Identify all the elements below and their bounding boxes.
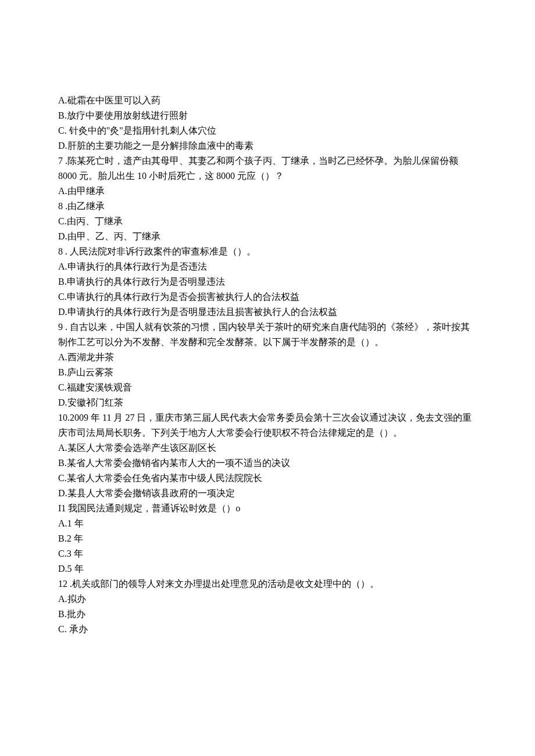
text-line: A.拟办 xyxy=(58,592,477,607)
text-line: B.放疗中要使用放射线进行照射 xyxy=(58,108,477,123)
text-line: B.庐山云雾茶 xyxy=(58,365,477,380)
text-line: 12 .机关或部门的领导人对来文办理提出处理意见的活动是收文处理中的（）。 xyxy=(58,576,477,592)
text-line: A.某区人大常委会选举产生该区副区长 xyxy=(58,440,477,456)
text-line: C. 承办 xyxy=(58,622,477,637)
text-line: 7 .陈某死亡时，遗产由其母甲、其妻乙和两个孩子丙、丁继承，当时乙已经怀孕。为胎… xyxy=(58,153,477,184)
text-line: 10.2009 年 11 月 27 日，重庆市第三届人民代表大会常务委员会第十三… xyxy=(58,410,477,440)
text-line: D.由甲、乙、丙、丁继承 xyxy=(58,229,477,244)
text-line: B.某省人大常委会撤销省内某市人大的一项不适当的决议 xyxy=(58,456,477,471)
text-line: B.2 年 xyxy=(58,531,477,546)
text-line: C.申请执行的具体行政行为是否会损害被执行人的合法权益 xyxy=(58,289,477,304)
text-line: A.1 年 xyxy=(58,516,477,531)
text-line: C.福建安溪铁观音 xyxy=(58,380,477,395)
text-line: D.5 年 xyxy=(58,561,477,576)
text-line: I1 我国民法通则规定，普通诉讼时效是（）o xyxy=(58,501,477,516)
text-line: C. 针灸中的"灸"是指用针扎刺人体穴位 xyxy=(58,123,477,138)
text-line: 8 . 人民法院对非诉行政案件的审查标准是（）。 xyxy=(58,244,477,259)
text-line: B.申请执行的具体行政行为是否明显违法 xyxy=(58,274,477,289)
text-line: 9 . 自古以来，中国人就有饮茶的习惯，国内较早关于茶叶的研究来自唐代陆羽的《茶… xyxy=(58,320,477,350)
text-line: C.由丙、丁继承 xyxy=(58,214,477,229)
text-line: D.肝脏的主要功能之一是分解排除血液中的毒素 xyxy=(58,138,477,153)
text-line: A.申请执行的具体行政行为是否违法 xyxy=(58,259,477,274)
text-line: D.安徽祁门红茶 xyxy=(58,395,477,410)
text-line: B.批办 xyxy=(58,607,477,622)
text-line: D.某县人大常委会撤销该县政府的一项决定 xyxy=(58,486,477,501)
text-line: A.西湖龙井茶 xyxy=(58,350,477,365)
text-line: A.砒霜在中医里可以入药 xyxy=(58,93,477,108)
text-line: A.由甲继承 xyxy=(58,184,477,199)
text-line: D.申请执行的具体行政行为是否明显违法且损害被执行人的合法权益 xyxy=(58,304,477,320)
document-page: A.砒霜在中医里可以入药 B.放疗中要使用放射线进行照射 C. 针灸中的"灸"是… xyxy=(0,0,535,695)
text-line: 8 .由乙继承 xyxy=(58,199,477,214)
text-line: C.某省人大常委会任免省内某市中级人民法院院长 xyxy=(58,471,477,486)
text-line: C.3 年 xyxy=(58,546,477,561)
